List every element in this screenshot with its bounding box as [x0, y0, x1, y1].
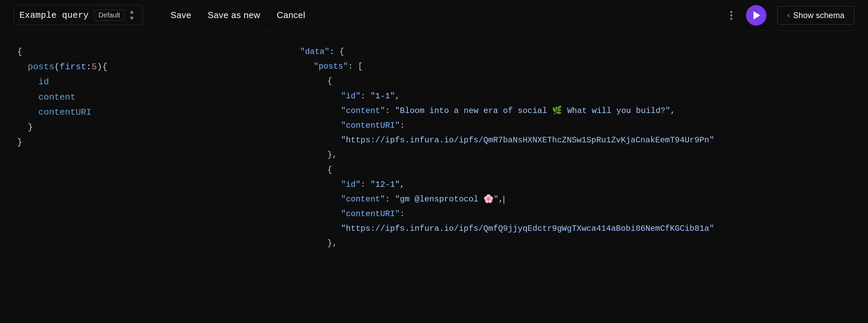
code-line: } — [17, 120, 249, 135]
code-line: { — [17, 44, 249, 59]
toolbar-actions: Save Save as new Cancel — [170, 10, 305, 20]
query-editor-panel[interactable]: { posts(first:5){ id content contentURI … — [0, 31, 266, 323]
json-line: "data": { — [286, 44, 848, 59]
main-content: { posts(first:5){ id content contentURI … — [0, 31, 868, 323]
more-options-button[interactable] — [728, 8, 735, 23]
play-icon — [753, 11, 760, 19]
chevron-left-icon: ‹ — [787, 11, 790, 20]
json-line: "posts": [ — [286, 59, 848, 74]
toolbar: Example query Default ▲ ▼ Save Save as n… — [0, 0, 868, 31]
cancel-button[interactable]: Cancel — [277, 10, 305, 20]
json-line: }, — [286, 236, 848, 251]
json-line: "id": "1-1", — [286, 89, 848, 103]
code-line: } — [17, 135, 249, 150]
json-line: { — [286, 163, 848, 177]
json-line: "https://ipfs.infura.io/ipfs/QmfQ9jjyqEd… — [286, 221, 848, 236]
code-line: id — [17, 74, 249, 89]
chevron-updown-icon[interactable]: ▲ ▼ — [130, 9, 134, 22]
show-schema-button[interactable]: ‹ Show schema — [777, 6, 854, 25]
code-line: contentURI — [17, 105, 249, 120]
code-line: posts(first:5){ — [17, 59, 249, 74]
text-cursor — [504, 196, 504, 204]
show-schema-label: Show schema — [793, 11, 844, 20]
code-editor[interactable]: { posts(first:5){ id content contentURI … — [17, 44, 249, 150]
json-line: "id": "12-1", — [286, 177, 848, 192]
json-line: "content": "Bloom into a new era of soci… — [286, 103, 848, 118]
json-line: { — [286, 74, 848, 88]
run-query-button[interactable] — [746, 5, 766, 26]
results-panel[interactable]: "data": { "posts": [ { "id": "1-1", "con… — [266, 31, 868, 323]
json-line: "content": "gm @lensprotocol 🌸", — [286, 192, 848, 207]
json-line: "contentURI": — [286, 118, 848, 133]
json-line: "https://ipfs.infura.io/ipfs/QmR7baNsHXN… — [286, 133, 848, 148]
query-name-text: Example query — [19, 10, 89, 20]
dot — [730, 11, 732, 13]
dot — [730, 18, 732, 20]
json-line: }, — [286, 148, 848, 162]
code-line: content — [17, 90, 249, 105]
toolbar-right: ‹ Show schema — [728, 5, 854, 26]
save-button[interactable]: Save — [170, 10, 191, 20]
dot — [730, 14, 732, 16]
query-name-box: Example query Default ▲ ▼ — [14, 5, 143, 25]
default-badge-button[interactable]: Default — [94, 10, 124, 21]
json-line: "contentURI": — [286, 207, 848, 221]
save-as-new-button[interactable]: Save as new — [208, 10, 260, 20]
